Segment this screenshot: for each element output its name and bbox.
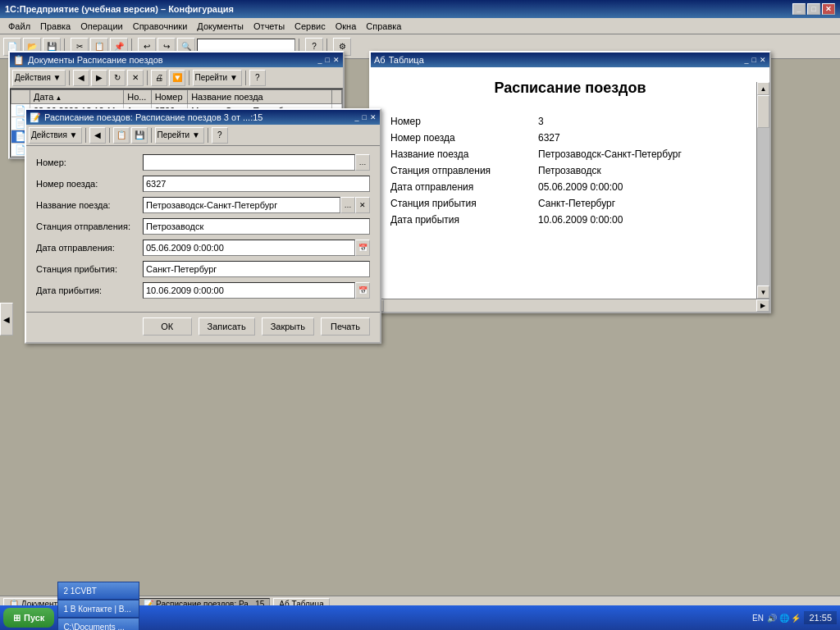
table-scrollbar-v[interactable]: ▲ ▼ [756,82,769,299]
form-tb-save[interactable]: 💾 [131,127,148,144]
nomer-pick-btn[interactable]: … [355,154,370,171]
menu-documents[interactable]: Документы [192,20,249,33]
field-nazvanie: Название поезда: … ✕ [36,197,370,213]
form-tb-help[interactable]: ? [212,127,228,144]
win-tasks: 2 1CVBT1 В Контакте | В...C:\Documents .… [57,582,139,630]
menu-operations[interactable]: Операции [75,20,127,33]
menu-references[interactable]: Справочники [128,20,193,33]
field-data-prib: Дата прибытия: 📅 [36,282,370,299]
doc-list-tb-sep3 [189,71,189,85]
info-value: 3 [535,113,753,130]
nazvanie-input[interactable] [143,197,340,213]
col-name[interactable]: Название поезда [188,90,332,104]
table-content: Расписание поездов Номер3Номер поезда632… [371,67,769,312]
tb-help-btn[interactable]: ? [249,70,266,86]
nomer-input[interactable] [143,154,355,171]
tb-print[interactable]: 🖨 [151,70,167,86]
close-button[interactable]: ✕ [822,3,835,15]
form-goto[interactable]: Перейти ▼ [155,127,204,144]
maximize-button[interactable]: □ [807,3,820,15]
lang-indicator: EN [752,614,764,623]
ok-button[interactable]: ОК [143,317,192,336]
menu-help[interactable]: Справка [361,20,406,33]
form-actions[interactable]: Действия ▼ [29,127,82,144]
menu-windows[interactable]: Окна [331,20,362,33]
menu-service[interactable]: Сервис [290,20,331,33]
win-task-button[interactable]: 1 В Контакте | В... [57,600,139,618]
table-scrollbar-h[interactable]: ◀ ▶ [371,299,769,312]
info-value: Санкт-Петербург [535,195,753,212]
stantsiya-prib-input[interactable] [143,261,370,277]
tb-filter[interactable]: 🔽 [169,70,185,86]
scroll-up-btn[interactable]: ▲ [757,82,769,95]
form-tb-copy[interactable]: 📋 [113,127,130,144]
nomer-poezda-label: Номер поезда: [36,179,143,189]
data-otpr-cal-btn[interactable]: 📅 [355,240,370,256]
stantsiya-otpr-label: Станция отправления: [36,221,143,231]
menu-reports[interactable]: Отчеты [249,20,290,33]
nomer-poezda-input[interactable] [143,176,370,192]
scroll-down-btn[interactable]: ▼ [757,285,769,299]
start-button[interactable]: ⊞ Пуск [3,608,54,628]
field-stantsiya-otpr: Станция отправления: [36,218,370,235]
win-task-button[interactable]: 2 1CVBT [57,582,139,600]
app-title: 1С:Предприятие (учебная версия) – Конфиг… [5,4,792,14]
close-button[interactable]: Закрыть [262,317,314,336]
menu-edit[interactable]: Правка [35,20,75,33]
table-minimize[interactable]: _ [745,56,749,64]
systray-icons: 🔊 🌐 ⚡ [767,614,801,623]
tb-delete[interactable]: ✕ [127,70,144,86]
scroll-thumb[interactable] [757,95,769,128]
form-maximize[interactable]: □ [363,113,367,121]
form-icon: 📝 [30,112,41,123]
tb-forward[interactable]: ▶ [91,70,107,86]
table-icon: Аб [374,55,386,65]
data-prib-cal-btn[interactable]: 📅 [355,282,370,299]
doc-list-maximize[interactable]: □ [326,56,330,64]
minimize-button[interactable]: _ [792,3,806,15]
stantsiya-otpr-input[interactable] [143,218,370,235]
scroll-right-btn[interactable]: ▶ [756,299,769,312]
doc-list-minimize[interactable]: _ [318,56,322,64]
doc-list-tb-sep1 [69,71,70,85]
tb-back[interactable]: ◀ [73,70,89,86]
scroll-track [757,95,769,285]
col-num[interactable]: Но... [124,90,151,104]
doc-list-title-bar: 📋 Документы Расписание поездов _ □ ✕ [10,52,343,67]
doc-list-goto[interactable]: Перейти ▼ [193,70,242,86]
info-row: Станция отправленияПетрозаводск [387,162,753,179]
table-maximize[interactable]: □ [752,56,756,64]
doc-list-close[interactable]: ✕ [333,56,340,64]
print-button[interactable]: Печать [321,317,370,336]
tb-refresh[interactable]: ↻ [109,70,126,86]
win-task-button[interactable]: C:\Documents ... [57,618,139,630]
nazvanie-input-group: … ✕ [143,197,370,213]
form-window: 📝 Расписание поездов: Расписание поездов… [25,108,381,344]
form-close[interactable]: ✕ [370,113,377,121]
data-prib-input[interactable] [143,282,355,299]
menu-file[interactable]: Файл [3,20,35,33]
col-icon [11,90,30,104]
doc-list-toolbar: Действия ▼ ◀ ▶ ↻ ✕ 🖨 🔽 Перейти ▼ ? [10,67,343,89]
doc-list-actions[interactable]: Действия ▼ [12,70,66,86]
table-title-bar: Аб Таблица _ □ ✕ [371,52,769,67]
stantsiya-prib-label: Станция прибытия: [36,264,143,274]
save-button[interactable]: Записать [199,317,255,336]
form-minimize[interactable]: _ [355,113,359,121]
col-number[interactable]: Номер [151,90,188,104]
nazvanie-clear-btn[interactable]: ✕ [355,197,370,213]
form-tb-back[interactable]: ◀ [89,127,106,144]
data-prib-label: Дата прибытия: [36,285,143,295]
nazvanie-pick-btn[interactable]: … [340,197,355,213]
info-table: Номер3Номер поезда6327Название поездаПет… [387,113,753,228]
left-panel-toggle[interactable]: ◀ [0,303,13,336]
col-date[interactable]: Дата [30,90,124,104]
form-title: Расписание поездов: Расписание поездов 3… [44,112,352,122]
table-heading: Расписание поездов [387,80,753,97]
table-close[interactable]: ✕ [760,56,766,64]
info-row: Номер поезда6327 [387,130,753,146]
field-data-otpr: Дата отправления: 📅 [36,240,370,256]
form-tb-sep1 [85,128,86,143]
data-otpr-input[interactable] [143,240,355,256]
windows-taskbar: ⊞ Пуск 2 1CVBT1 В Контакте | В...C:\Docu… [0,605,840,630]
